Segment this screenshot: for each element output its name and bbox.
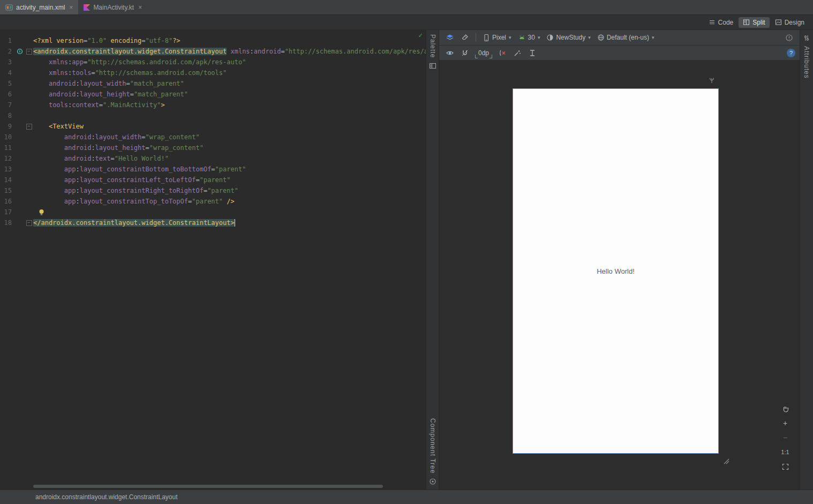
gutter-icon-slot <box>15 100 25 110</box>
code-token: : <box>76 91 79 98</box>
design-surface-button[interactable] <box>443 32 456 43</box>
close-icon[interactable]: × <box>138 4 142 11</box>
code-text[interactable]: android:layout_height="match_parent" <box>33 89 426 100</box>
code-text[interactable]: <?xml version="1.0" encoding="utf-8"?> <box>33 35 426 46</box>
eraser-button[interactable] <box>458 32 471 43</box>
mode-split-button[interactable]: Split <box>739 17 769 28</box>
code-line[interactable]: 12 android:text="Hello World!" <box>0 153 426 164</box>
code-line[interactable]: 16 app:layout_constraintTop_toTopOf="par… <box>0 196 426 207</box>
code-text[interactable]: <TextView <box>33 121 426 132</box>
component-tree-icon[interactable] <box>429 478 436 485</box>
editor-tab-bar: activity_main.xml × MainActivity.kt <box>0 0 813 15</box>
code-text[interactable]: app:layout_constraintBottom_toBottomOf="… <box>33 164 426 175</box>
component-tree-tool-button[interactable]: Component Tree <box>429 418 436 473</box>
infer-constraints-button[interactable] <box>511 48 524 58</box>
code-text[interactable] <box>33 207 426 217</box>
code-text[interactable]: tools:context=".MainActivity"> <box>33 100 426 110</box>
code-line[interactable]: 5 android:layout_width="match_parent" <box>0 78 426 89</box>
code-line[interactable]: 14 app:layout_constraintLeft_toLeftOf="p… <box>0 175 426 185</box>
code-token: "parent" <box>207 187 238 194</box>
gutter-icon-slot <box>15 142 25 153</box>
resize-handle[interactable] <box>722 457 729 464</box>
issues-button[interactable] <box>783 33 795 43</box>
mode-label: Design <box>785 19 804 26</box>
code-line[interactable]: 3 xmlns:app="http://schemas.android.com/… <box>0 57 426 67</box>
fold-marker[interactable] <box>25 121 33 132</box>
pack-align-button[interactable] <box>526 48 539 58</box>
fold-marker[interactable] <box>25 46 33 57</box>
code-text[interactable]: <androidx.constraintlayout.widget.Constr… <box>33 46 426 57</box>
code-line[interactable]: 1<?xml version="1.0" encoding="utf-8"?> <box>0 35 426 46</box>
inspection-ok-icon[interactable]: ✓ <box>418 31 423 39</box>
code-token: android <box>254 48 281 55</box>
code-token: "match_parent" <box>134 91 188 98</box>
code-token: "http://schemas.android.com/apk/res/andr… <box>285 48 426 55</box>
code-line[interactable]: 18</androidx.constraintlayout.widget.Con… <box>0 217 426 228</box>
code-text[interactable]: xmlns:app="http://schemas.android.com/ap… <box>33 57 426 67</box>
left-tool-stripe: Palette Component Tree <box>426 30 439 490</box>
code-token: "Hello World!" <box>115 155 169 162</box>
design-canvas[interactable]: Hello World! + − 1:1 <box>439 61 800 490</box>
line-number: 1 <box>0 35 15 46</box>
api-level-selector[interactable]: 30 ▾ <box>516 33 543 42</box>
code-line[interactable]: 11 android:layout_height="wrap_content" <box>0 142 426 153</box>
code-editor[interactable]: 1<?xml version="1.0" encoding="utf-8"?>2… <box>0 30 426 490</box>
clear-constraints-button[interactable] <box>496 48 509 58</box>
close-icon[interactable]: × <box>69 4 73 11</box>
tab-activity-main-xml[interactable]: activity_main.xml × <box>0 0 78 14</box>
fold-marker <box>25 132 33 142</box>
code-text[interactable]: </androidx.constraintlayout.widget.Const… <box>33 217 426 228</box>
code-token <box>33 101 49 109</box>
device-preview-screen[interactable]: Hello World! <box>513 88 719 454</box>
mode-code-button[interactable]: Code <box>704 17 738 28</box>
code-text[interactable]: android:layout_width="wrap_content" <box>33 132 426 142</box>
attributes-tool-button[interactable]: Attributes <box>803 46 810 79</box>
help-button[interactable]: ? <box>787 49 795 57</box>
code-text[interactable]: xmlns:tools="http://schemas.android.com/… <box>33 67 426 78</box>
default-margin-button[interactable]: 0dp <box>473 48 494 58</box>
code-text[interactable]: app:layout_constraintRight_toRightOf="pa… <box>33 185 426 196</box>
horizontal-scrollbar[interactable] <box>33 485 383 488</box>
code-text[interactable]: app:layout_constraintLeft_toLeftOf="pare… <box>33 175 426 185</box>
locale-selector[interactable]: Default (en-us) ▾ <box>595 33 657 42</box>
palette-icon[interactable] <box>429 62 436 70</box>
related-file-gutter-icon[interactable] <box>15 46 25 57</box>
intention-bulb-icon[interactable] <box>39 209 44 216</box>
zoom-in-button[interactable]: + <box>778 418 792 428</box>
code-line[interactable]: 9 <TextView <box>0 121 426 132</box>
code-text[interactable]: android:layout_height="wrap_content" <box>33 142 426 153</box>
attributes-icon[interactable] <box>803 34 810 42</box>
palette-tool-button[interactable]: Palette <box>429 34 436 58</box>
code-line[interactable]: 2<androidx.constraintlayout.widget.Const… <box>0 46 426 57</box>
line-number: 7 <box>0 100 15 110</box>
code-text[interactable]: android:layout_width="match_parent" <box>33 78 426 89</box>
code-line[interactable]: 6 android:layout_height="match_parent" <box>0 89 426 100</box>
code-line[interactable]: 17 <box>0 207 426 217</box>
zoom-to-fit-button[interactable] <box>778 461 792 472</box>
zoom-ratio-button[interactable]: 1:1 <box>778 447 792 457</box>
view-options-button[interactable] <box>443 48 456 58</box>
fold-marker[interactable] <box>25 217 33 228</box>
code-text[interactable]: android:text="Hello World!" <box>33 153 426 164</box>
code-line[interactable]: 7 tools:context=".MainActivity"> <box>0 100 426 110</box>
code-token: = <box>195 176 199 184</box>
autoconnect-toggle-button[interactable] <box>458 48 471 58</box>
device-selector[interactable]: Pixel ▾ <box>480 33 514 43</box>
code-text[interactable] <box>33 110 426 121</box>
pan-hand-button[interactable] <box>778 403 792 414</box>
theme-selector[interactable]: NewStudy ▾ <box>544 33 592 42</box>
code-line[interactable]: 8 <box>0 110 426 121</box>
zoom-out-button[interactable]: − <box>778 432 792 443</box>
mode-design-button[interactable]: Design <box>771 17 809 28</box>
code-line[interactable]: 13 app:layout_constraintBottom_toBottomO… <box>0 164 426 175</box>
code-text[interactable]: app:layout_constraintTop_toTopOf="parent… <box>33 196 426 207</box>
code-token: = <box>211 166 215 173</box>
code-line[interactable]: 4 xmlns:tools="http://schemas.android.co… <box>0 67 426 78</box>
tab-mainactivity-kt[interactable]: MainActivity.kt × <box>78 0 147 14</box>
code-token: = <box>126 80 130 87</box>
code-line[interactable]: 10 android:layout_width="wrap_content" <box>0 132 426 142</box>
code-token: : <box>76 176 79 184</box>
code-token: > <box>161 101 164 109</box>
theme-icon <box>546 34 554 41</box>
code-line[interactable]: 15 app:layout_constraintRight_toRightOf=… <box>0 185 426 196</box>
